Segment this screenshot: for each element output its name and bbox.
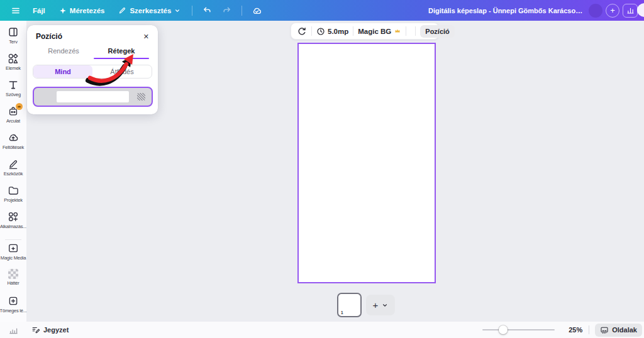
toolbar-divider <box>311 26 312 36</box>
design-page[interactable] <box>297 43 436 283</box>
transparency-hatch-icon <box>137 93 145 101</box>
text-icon <box>8 79 19 90</box>
tab-layers[interactable]: Rétegek <box>92 45 150 59</box>
pages-grid-icon <box>600 326 609 334</box>
sidebar-item-label: Projektek <box>4 197 22 203</box>
resize-menu-label: Méretezés <box>70 7 105 14</box>
pages-view-label: Oldalak <box>612 326 637 334</box>
pencil-icon <box>118 6 126 14</box>
chevron-down-icon[interactable] <box>382 302 388 308</box>
position-button[interactable]: Pozíció <box>420 25 455 38</box>
layer-filter-segmented: Mind Átfedés <box>33 65 152 79</box>
stats-icon[interactable] <box>8 325 18 335</box>
regenerate-icon[interactable] <box>297 26 307 36</box>
sparkle-icon <box>59 7 67 14</box>
edit-menu[interactable]: Szerkesztés <box>113 4 186 17</box>
sidebar-item-label: Szöveg <box>6 92 21 97</box>
magic-bg-button[interactable]: Magic BG <box>358 28 401 35</box>
pages-view-button[interactable]: Oldalak <box>595 324 642 337</box>
hamburger-menu-icon[interactable] <box>8 3 24 18</box>
magic-bg-label: Magic BG <box>358 28 391 35</box>
sidebar-item-label: Arculat <box>6 118 20 124</box>
apps-icon <box>8 211 19 222</box>
notes-icon <box>31 325 40 334</box>
duration-label: 5.0mp <box>328 28 348 35</box>
sidebar-item-brand[interactable]: Arculat <box>0 106 26 132</box>
sidebar-item-elements[interactable]: Elemek <box>0 53 26 79</box>
cloud-upload-icon <box>8 132 19 143</box>
sidebar-item-bulk-create[interactable]: Tömeges lé... <box>0 295 26 322</box>
insights-button[interactable] <box>623 4 638 18</box>
notes-button[interactable]: Jegyzet <box>31 325 69 334</box>
share-button-partial[interactable] <box>637 3 644 17</box>
folder-icon <box>8 185 19 196</box>
page-number: 1 <box>341 310 343 315</box>
sidebar-item-label: Háttér <box>7 280 19 286</box>
sidebar-item-label: Magic Media <box>1 255 26 261</box>
filter-all-option[interactable]: Mind <box>33 65 92 78</box>
bulk-create-icon <box>8 295 19 307</box>
sidebar-item-projects[interactable]: Projektek <box>0 185 26 211</box>
bar-chart-icon <box>626 6 635 14</box>
tab-arrange[interactable]: Rendezés <box>35 45 92 59</box>
zoom-slider-handle[interactable] <box>499 325 508 334</box>
notes-label: Jegyzet <box>43 326 69 334</box>
toolbar-divider <box>415 26 416 36</box>
sidebar-item-uploads[interactable]: Feltöltések <box>0 132 26 158</box>
top-menu-bar: Fájl Méretezés Szerkesztés <box>0 0 644 21</box>
position-button-label: Pozíció <box>425 28 450 35</box>
page-thumbnail-1[interactable]: 1 <box>337 293 362 317</box>
pro-crown-badge-icon <box>16 103 23 110</box>
topbar-divider <box>192 6 192 16</box>
file-menu[interactable]: Fájl <box>28 4 50 17</box>
add-member-button[interactable]: + <box>606 4 619 18</box>
redo-icon[interactable] <box>219 3 235 18</box>
magic-media-icon <box>8 243 19 254</box>
status-bar: Jegyzet 25% Oldalak <box>0 322 644 338</box>
layer-row-background[interactable] <box>33 87 153 107</box>
crown-icon <box>394 28 401 35</box>
sidebar-item-label: Feltöltések <box>3 144 24 150</box>
zoom-level: 25% <box>565 326 582 334</box>
sidebar-item-label: Elemek <box>6 65 21 71</box>
sidebar-item-apps[interactable]: Alkalmazás... <box>0 211 26 237</box>
close-icon[interactable]: ✕ <box>143 33 149 40</box>
resize-menu[interactable]: Méretezés <box>54 4 110 17</box>
sidebar-item-label: Tömeges lé... <box>0 308 26 313</box>
sidebar-item-label: Terv <box>9 39 17 45</box>
topbar-divider <box>242 6 242 16</box>
context-toolbar: 5.0mp Magic BG Pozíció <box>291 23 439 40</box>
bottombar-divider <box>589 325 589 334</box>
sidebar-item-magic-media[interactable]: Magic Media <box>0 243 26 269</box>
duration-button[interactable]: 5.0mp <box>316 27 348 36</box>
avatar[interactable] <box>589 4 602 18</box>
chevron-down-icon <box>174 8 180 14</box>
sidebar-item-tools[interactable]: Eszközök <box>0 158 26 185</box>
sidebar-divider <box>5 239 21 240</box>
file-menu-label: Fájl <box>33 7 45 14</box>
sidebar-item-label: Eszközök <box>4 171 23 177</box>
pen-tool-icon <box>8 158 19 170</box>
toolbar-divider <box>406 26 406 36</box>
plus-icon: + <box>373 300 379 310</box>
filter-overlap-option[interactable]: Átfedés <box>92 65 152 78</box>
sidebar-item-label: Alkalmazás... <box>0 224 26 229</box>
cloud-saved-icon[interactable] <box>248 3 265 18</box>
edit-menu-label: Szerkesztés <box>130 7 171 14</box>
layer-thumbnail <box>57 91 129 102</box>
design-icon <box>8 26 19 38</box>
sidebar-item-background[interactable]: Háttér <box>0 269 26 295</box>
clock-icon <box>316 27 325 36</box>
shapes-icon <box>8 53 19 64</box>
zoom-slider-track[interactable] <box>482 329 555 330</box>
sidebar-item-design[interactable]: Terv <box>0 26 26 53</box>
left-sidebar: Terv Elemek Szöveg Arculat Feltöltések E… <box>0 21 26 322</box>
background-checker-icon <box>8 269 18 279</box>
document-title[interactable]: Digitális képeslap - Ünnepi Gömbős Karác… <box>428 7 586 14</box>
zoom-slider[interactable] <box>482 325 555 334</box>
undo-icon[interactable] <box>199 3 215 18</box>
panel-title: Pozíció <box>36 32 62 41</box>
plus-icon: + <box>610 6 615 15</box>
sidebar-item-text[interactable]: Szöveg <box>0 79 26 106</box>
add-page-button[interactable]: + <box>366 295 395 315</box>
